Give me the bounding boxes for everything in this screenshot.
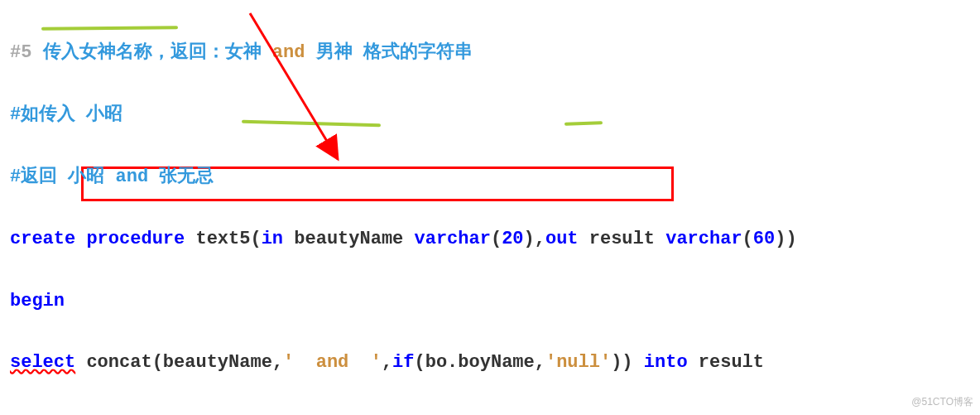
ident-beautyName: beautyName bbox=[283, 229, 414, 249]
kw-in: in bbox=[262, 229, 283, 249]
comment-text: #如传入 小昭 bbox=[10, 104, 122, 125]
str-null: 'null' bbox=[545, 352, 611, 373]
code-line-5: begin bbox=[10, 254, 970, 316]
kw-begin: begin bbox=[10, 291, 65, 311]
code-line-4: create procedure text5(in beautyName var… bbox=[10, 192, 970, 254]
kw-varchar: varchar bbox=[415, 229, 491, 249]
comma: , bbox=[272, 352, 283, 373]
num-20: 20 bbox=[502, 229, 523, 249]
kw-if: if bbox=[392, 352, 414, 373]
kw-create: create bbox=[10, 229, 75, 249]
code-line-3: #返回 小昭 and 张无忌 bbox=[10, 131, 970, 193]
ident-result: result bbox=[579, 229, 666, 249]
kw-into: into bbox=[644, 352, 688, 373]
str-and: ' and ' bbox=[283, 352, 382, 373]
kw-procedure: procedure bbox=[75, 229, 185, 249]
paren: ( bbox=[152, 352, 163, 373]
kw-out: out bbox=[545, 229, 579, 249]
ident-text5: text5 bbox=[185, 229, 250, 249]
paren: ( bbox=[250, 229, 261, 249]
paren: ), bbox=[524, 229, 545, 249]
kw-select: select bbox=[10, 352, 75, 373]
and-word: and bbox=[272, 42, 305, 63]
watermark: @51CTO博客 bbox=[911, 393, 973, 410]
code-line-1: #5 传入女神名称，返回：女神 and 男神 格式的字符串 bbox=[10, 7, 970, 69]
paren: )) bbox=[775, 229, 796, 249]
kw-varchar: varchar bbox=[665, 229, 742, 249]
comment-text: #返回 小昭 and 张无忌 bbox=[10, 166, 214, 187]
num-60: 60 bbox=[753, 229, 775, 249]
paren: ( bbox=[491, 229, 502, 249]
ident-beautyName: beautyName bbox=[163, 352, 272, 373]
expr-boyname: bo.boyName, bbox=[425, 352, 545, 373]
paren: )) bbox=[611, 352, 632, 373]
comment-hash: #5 bbox=[10, 42, 31, 63]
comment-text: 传入女神名称，返回：女神 bbox=[31, 42, 271, 63]
comma: , bbox=[382, 352, 392, 373]
paren: ( bbox=[415, 352, 425, 373]
code-line-7: from beauty b bbox=[10, 379, 970, 415]
comment-text: 男神 格式的字符串 bbox=[305, 42, 472, 63]
code-line-6: select concat(beautyName,' and ',if(bo.b… bbox=[10, 316, 970, 379]
code-line-2: #如传入 小昭 bbox=[10, 69, 970, 131]
ident-result: result bbox=[688, 352, 764, 373]
paren: ( bbox=[742, 229, 753, 249]
fn-concat: concat bbox=[86, 352, 151, 373]
